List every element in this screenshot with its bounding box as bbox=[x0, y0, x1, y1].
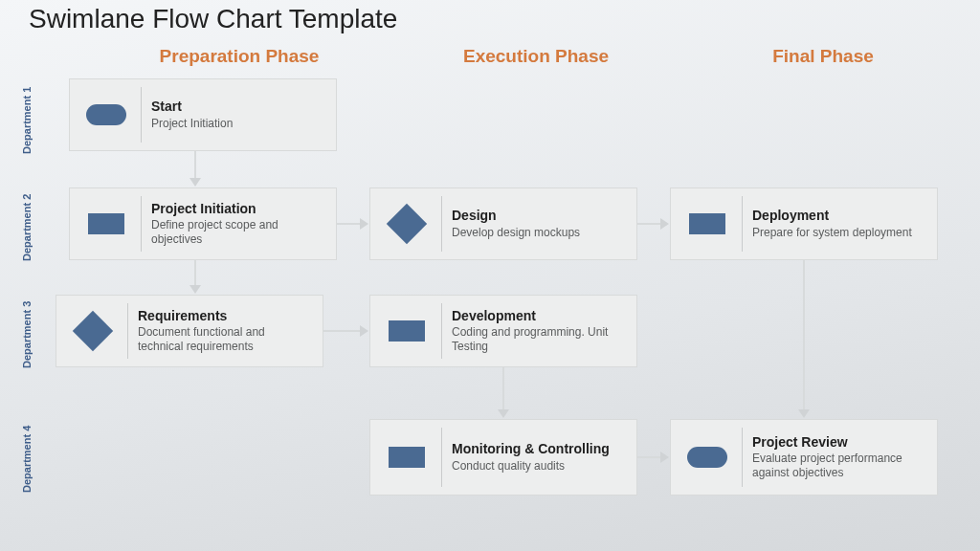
card-desc: Evaluate project performance against obj… bbox=[752, 452, 927, 480]
lane-label-d4: Department 4 bbox=[21, 421, 33, 497]
arrow-right-icon bbox=[637, 452, 669, 463]
card-desc: Coding and programming. Unit Testing bbox=[452, 325, 627, 354]
card-desc: Conduct quality audits bbox=[452, 459, 627, 474]
lane-label-d1: Department 1 bbox=[21, 82, 33, 159]
arrow-down-icon bbox=[189, 260, 201, 294]
card-desc: Define project scope and objectives bbox=[151, 218, 326, 247]
process-icon bbox=[689, 213, 725, 234]
card-deployment: Deployment Prepare for system deployment bbox=[670, 187, 938, 260]
card-monitoring-controlling: Monitoring & Controlling Conduct quality… bbox=[369, 419, 637, 496]
card-desc: Prepare for system deployment bbox=[752, 226, 927, 240]
arrow-right-icon bbox=[323, 325, 368, 337]
phase-header-execution: Execution Phase bbox=[412, 46, 660, 67]
process-icon bbox=[88, 213, 124, 234]
terminator-icon bbox=[86, 104, 126, 125]
card-desc: Develop design mockups bbox=[452, 226, 627, 240]
phase-header-preparation: Preparation Phase bbox=[115, 46, 364, 67]
arrow-right-icon bbox=[637, 218, 669, 230]
lane-label-d3: Department 3 bbox=[21, 297, 33, 373]
process-icon bbox=[389, 447, 425, 468]
card-title: Development bbox=[452, 308, 627, 323]
terminator-icon bbox=[687, 447, 727, 468]
card-start: Start Project Initiation bbox=[69, 78, 337, 151]
decision-icon bbox=[387, 204, 427, 244]
arrow-down-icon bbox=[189, 151, 201, 187]
card-title: Project Review bbox=[752, 434, 927, 450]
card-development: Development Coding and programming. Unit… bbox=[369, 295, 637, 367]
card-title: Start bbox=[151, 99, 326, 114]
card-title: Monitoring & Controlling bbox=[452, 441, 627, 456]
phase-header-final: Final Phase bbox=[699, 46, 947, 67]
card-requirements: Requirements Document functional and tec… bbox=[56, 295, 323, 367]
card-project-review: Project Review Evaluate project performa… bbox=[670, 419, 938, 496]
arrow-down-icon bbox=[798, 260, 810, 418]
page-title: Swimlane Flow Chart Template bbox=[29, 4, 397, 34]
card-desc: Project Initiation bbox=[151, 117, 326, 131]
arrow-right-icon bbox=[337, 218, 368, 230]
arrow-down-icon bbox=[498, 367, 509, 418]
lane-label-d2: Department 2 bbox=[21, 189, 33, 266]
card-title: Requirements bbox=[138, 308, 313, 323]
card-title: Design bbox=[452, 208, 627, 223]
decision-icon bbox=[73, 311, 113, 351]
card-desc: Document functional and technical requir… bbox=[138, 325, 313, 354]
card-title: Deployment bbox=[752, 208, 927, 223]
card-project-initiation: Project Initiation Define project scope … bbox=[69, 187, 337, 260]
process-icon bbox=[389, 320, 425, 342]
card-title: Project Initiation bbox=[151, 201, 326, 216]
card-design: Design Develop design mockups bbox=[369, 187, 637, 260]
